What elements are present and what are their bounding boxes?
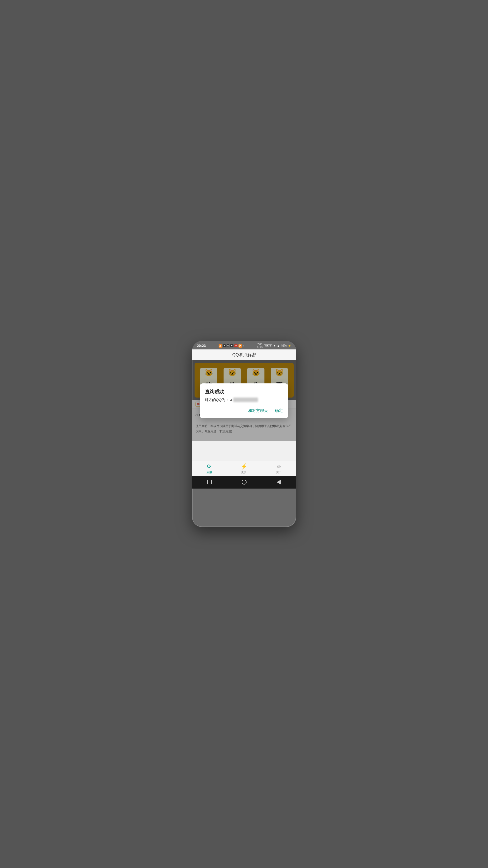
- status-right: 7.06 KB/S VoLTE ▼ ▲ 49% ⚡: [257, 343, 291, 348]
- notification-icons: 苏 ● d ✦ ✉ 淘: [219, 344, 245, 348]
- tab-apps-icon: ⟳: [207, 463, 212, 470]
- status-dot: [243, 345, 244, 346]
- phone-shell: 20:23 苏 ● d ✦ ✉ 淘 7.06 KB/S VoLTE ▼ ▲ 49…: [192, 341, 296, 527]
- status-bar: 20:23 苏 ● d ✦ ✉ 淘 7.06 KB/S VoLTE ▼ ▲ 49…: [192, 341, 296, 349]
- network-speed: 7.06 KB/S: [257, 343, 263, 348]
- app-icon-6: 淘: [238, 344, 242, 348]
- bottom-tabbar: ⟳ 应用 ⚡ 更多 ☺ 关于: [192, 461, 296, 476]
- dialog-box: 查询成功 对方的QQ为： 4 和对方聊天 确定: [200, 383, 288, 418]
- app-icon-5: ✉: [234, 344, 238, 347]
- nav-home-button[interactable]: [241, 478, 248, 486]
- nav-home-icon: [242, 479, 247, 485]
- system-nav-bar: [192, 476, 296, 489]
- app-icon-2: ●: [223, 344, 226, 347]
- tab-apps[interactable]: ⟳ 应用: [206, 463, 212, 474]
- tab-more[interactable]: ⚡ 更多: [241, 463, 247, 474]
- battery-level: 49%: [281, 344, 287, 347]
- nav-recents-button[interactable]: [206, 478, 213, 486]
- dialog-title: 查询成功: [205, 389, 283, 395]
- app-icon-1: 苏: [219, 344, 222, 348]
- app-icon-3: d: [227, 344, 229, 347]
- app-titlebar: QQ看点解密: [192, 349, 296, 360]
- tab-more-icon: ⚡: [241, 463, 247, 470]
- dialog-actions: 和对方聊天 确定: [205, 407, 283, 414]
- content-wrapper: 🐱 软 🐱 件 🐱 分 🐱 享 #: [192, 360, 296, 461]
- wifi-icon: ▼: [273, 344, 276, 347]
- status-time: 20:23: [197, 344, 206, 348]
- nav-back-icon: [276, 479, 281, 485]
- nav-back-button[interactable]: [275, 478, 282, 486]
- app-title: QQ看点解密: [232, 352, 256, 357]
- tab-about-label: 关于: [276, 470, 282, 474]
- dialog-overlay: 查询成功 对方的QQ为： 4 和对方聊天 确定: [192, 360, 296, 441]
- dialog-body: 对方的QQ为： 4: [205, 398, 283, 402]
- dialog-qq-blurred: [233, 398, 258, 402]
- tab-about-icon: ☺: [276, 463, 282, 470]
- dialog-qq-value: 4: [230, 398, 232, 402]
- tab-more-label: 更多: [241, 470, 247, 474]
- battery-icon: ⚡: [288, 344, 291, 347]
- nav-recents-icon: [207, 480, 212, 484]
- chat-button[interactable]: 和对方聊天: [248, 407, 268, 414]
- tab-apps-label: 应用: [206, 470, 212, 474]
- volte-badge: VoLTE: [264, 344, 272, 347]
- signal-icon: ▲: [277, 344, 280, 347]
- tab-about[interactable]: ☺ 关于: [276, 463, 282, 474]
- app-icon-4: ✦: [230, 344, 233, 347]
- dialog-body-label: 对方的QQ为：: [205, 398, 229, 402]
- confirm-button[interactable]: 确定: [274, 407, 283, 414]
